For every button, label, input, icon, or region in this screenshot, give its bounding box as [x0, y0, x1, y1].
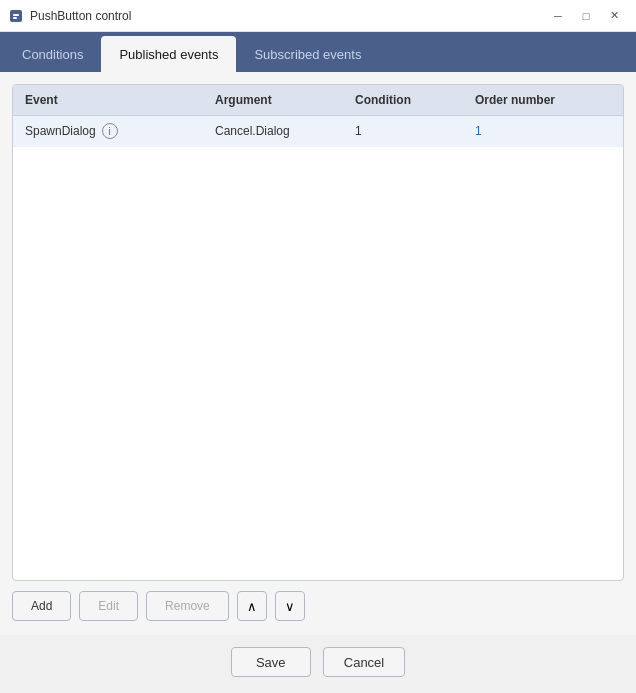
- column-event: Event: [13, 85, 203, 115]
- column-argument: Argument: [203, 85, 343, 115]
- cell-condition: 1: [343, 116, 463, 146]
- svg-rect-1: [13, 14, 19, 16]
- cell-event: SpawnDialog i: [13, 116, 203, 146]
- maximize-button[interactable]: □: [572, 5, 600, 27]
- table-row[interactable]: SpawnDialog i Cancel.Dialog 1 1: [13, 116, 623, 147]
- tab-published-events[interactable]: Published events: [101, 36, 236, 72]
- remove-button[interactable]: Remove: [146, 591, 229, 621]
- column-condition: Condition: [343, 85, 463, 115]
- title-bar-left: PushButton control: [8, 8, 131, 24]
- tab-bar: Conditions Published events Subscribed e…: [0, 32, 636, 72]
- footer-bar: Save Cancel: [0, 635, 636, 693]
- info-icon[interactable]: i: [102, 123, 118, 139]
- title-bar-controls: ─ □ ✕: [544, 5, 628, 27]
- edit-button[interactable]: Edit: [79, 591, 138, 621]
- tab-conditions[interactable]: Conditions: [4, 36, 101, 72]
- column-order-number: Order number: [463, 85, 623, 115]
- add-button[interactable]: Add: [12, 591, 71, 621]
- cell-argument: Cancel.Dialog: [203, 116, 343, 146]
- move-up-button[interactable]: [237, 591, 267, 621]
- save-button[interactable]: Save: [231, 647, 311, 677]
- minimize-button[interactable]: ─: [544, 5, 572, 27]
- move-down-button[interactable]: [275, 591, 305, 621]
- table-container: Event Argument Condition Order number Sp…: [12, 84, 624, 581]
- close-button[interactable]: ✕: [600, 5, 628, 27]
- cancel-button[interactable]: Cancel: [323, 647, 405, 677]
- bottom-toolbar: Add Edit Remove: [12, 581, 624, 623]
- table-body: SpawnDialog i Cancel.Dialog 1 1: [13, 116, 623, 580]
- svg-rect-2: [13, 17, 17, 19]
- event-name: SpawnDialog: [25, 124, 96, 138]
- cell-order-number: 1: [463, 116, 623, 146]
- chevron-down-icon: [285, 599, 295, 614]
- app-icon: [8, 8, 24, 24]
- tab-subscribed-events[interactable]: Subscribed events: [236, 36, 379, 72]
- window-title: PushButton control: [30, 9, 131, 23]
- main-content: Event Argument Condition Order number Sp…: [0, 72, 636, 635]
- table-header: Event Argument Condition Order number: [13, 85, 623, 116]
- title-bar: PushButton control ─ □ ✕: [0, 0, 636, 32]
- chevron-up-icon: [247, 599, 257, 614]
